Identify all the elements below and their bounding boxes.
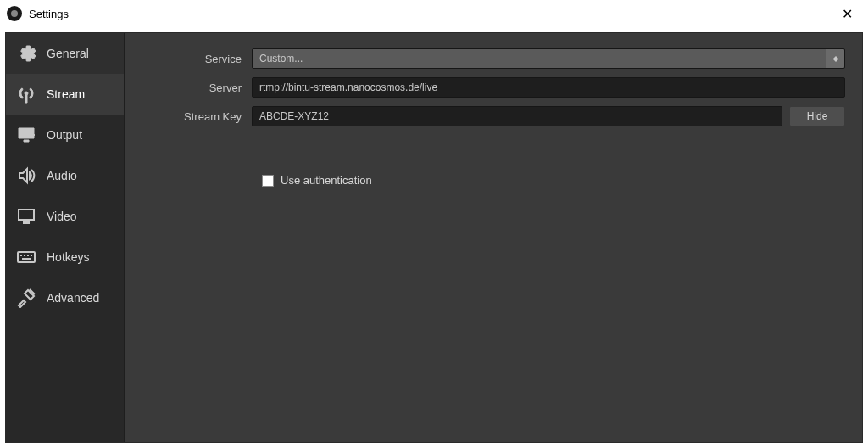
sidebar-item-label: Audio bbox=[47, 169, 77, 182]
monitor-icon bbox=[14, 204, 38, 228]
svg-rect-0 bbox=[18, 252, 35, 262]
use-authentication-row: Use authentication bbox=[262, 174, 845, 187]
stream-key-input[interactable]: ABCDE-XYZ12 bbox=[252, 106, 782, 126]
use-authentication-checkbox[interactable] bbox=[262, 175, 274, 187]
sidebar-item-general[interactable]: General bbox=[6, 33, 124, 74]
server-label: Server bbox=[142, 81, 252, 94]
server-input[interactable]: rtmp://bintu-stream.nanocosmos.de/live bbox=[252, 77, 845, 98]
service-select[interactable]: Custom... bbox=[252, 48, 845, 69]
app-icon bbox=[7, 6, 22, 21]
sidebar-item-label: Hotkeys bbox=[47, 250, 90, 264]
sidebar-item-label: General bbox=[47, 47, 89, 60]
sidebar-item-stream[interactable]: Stream bbox=[6, 74, 124, 115]
service-label: Service bbox=[142, 53, 252, 65]
sidebar-item-advanced[interactable]: Advanced bbox=[6, 277, 124, 318]
settings-panel-stream: Service Custom... Server rtmp://bintu-st… bbox=[125, 33, 862, 442]
sidebar-item-audio[interactable]: Audio bbox=[6, 155, 124, 196]
monitor-output-icon bbox=[14, 123, 38, 147]
server-row: Server rtmp://bintu-stream.nanocosmos.de… bbox=[142, 77, 845, 98]
sidebar-item-label: Stream bbox=[47, 87, 85, 101]
sidebar-item-video[interactable]: Video bbox=[6, 196, 124, 237]
select-spinner-icon[interactable] bbox=[826, 49, 844, 68]
sidebar-item-label: Advanced bbox=[47, 291, 99, 305]
service-value: Custom... bbox=[259, 53, 303, 64]
hide-button[interactable]: Hide bbox=[789, 106, 845, 126]
service-row: Service Custom... bbox=[142, 48, 845, 69]
title-bar: Settings ✕ bbox=[0, 0, 868, 27]
use-authentication-label: Use authentication bbox=[281, 174, 372, 187]
stream-key-row: Stream Key ABCDE-XYZ12 Hide bbox=[142, 106, 845, 126]
sidebar-item-label: Video bbox=[47, 210, 77, 223]
sidebar-item-output[interactable]: Output bbox=[6, 115, 124, 155]
antenna-icon bbox=[14, 82, 38, 106]
sidebar: General Stream Output Audio bbox=[6, 33, 125, 442]
sidebar-item-hotkeys[interactable]: Hotkeys bbox=[6, 237, 124, 277]
sidebar-item-label: Output bbox=[47, 128, 82, 142]
close-icon[interactable]: ✕ bbox=[833, 4, 861, 24]
gear-icon bbox=[14, 42, 38, 65]
speaker-icon bbox=[14, 164, 38, 188]
stream-key-label: Stream Key bbox=[142, 110, 252, 123]
keyboard-icon bbox=[14, 245, 38, 269]
tools-icon bbox=[14, 286, 38, 310]
window-title: Settings bbox=[29, 8, 69, 20]
